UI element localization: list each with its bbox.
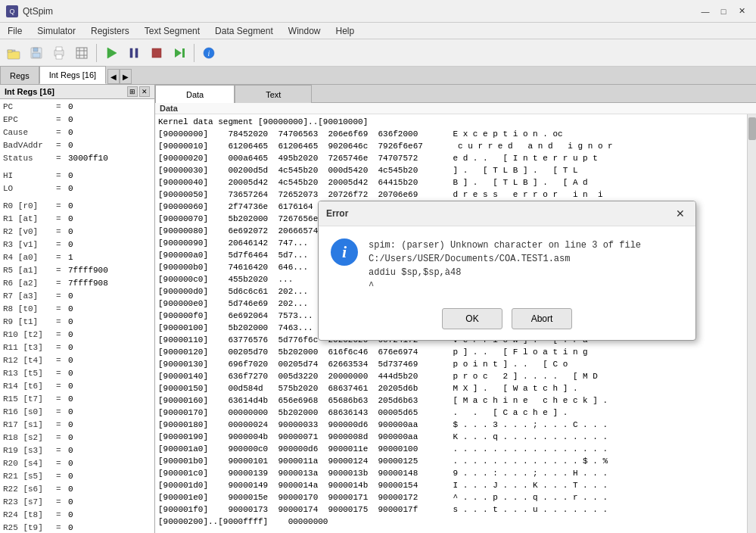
error-dialog: Error ✕ i spim: (parser) Unknown charact… bbox=[318, 201, 696, 341]
dialog-overlay: Error ✕ i spim: (parser) Unknown charact… bbox=[0, 0, 756, 533]
dialog-close-button[interactable]: ✕ bbox=[673, 206, 688, 221]
dialog-message-line2: C:/Users/USER/Documents/COA.TEST1.asm bbox=[369, 252, 641, 266]
dialog-body: i spim: (parser) Unknown character on li… bbox=[319, 226, 695, 302]
dialog-message: spim: (parser) Unknown character on line… bbox=[369, 238, 641, 293]
dialog-title-bar: Error ✕ bbox=[319, 201, 695, 226]
dialog-title: Error bbox=[326, 208, 348, 219]
dialog-abort-button[interactable]: Abort bbox=[512, 308, 572, 329]
dialog-info-icon: i bbox=[331, 238, 358, 266]
dialog-buttons: OK Abort bbox=[319, 302, 695, 340]
dialog-message-line1: spim: (parser) Unknown character on line… bbox=[369, 238, 641, 252]
dialog-ok-button[interactable]: OK bbox=[442, 308, 502, 329]
dialog-message-line4: ^ bbox=[369, 279, 641, 293]
dialog-message-line3: addiu $sp,$sp,à48 bbox=[369, 266, 641, 279]
